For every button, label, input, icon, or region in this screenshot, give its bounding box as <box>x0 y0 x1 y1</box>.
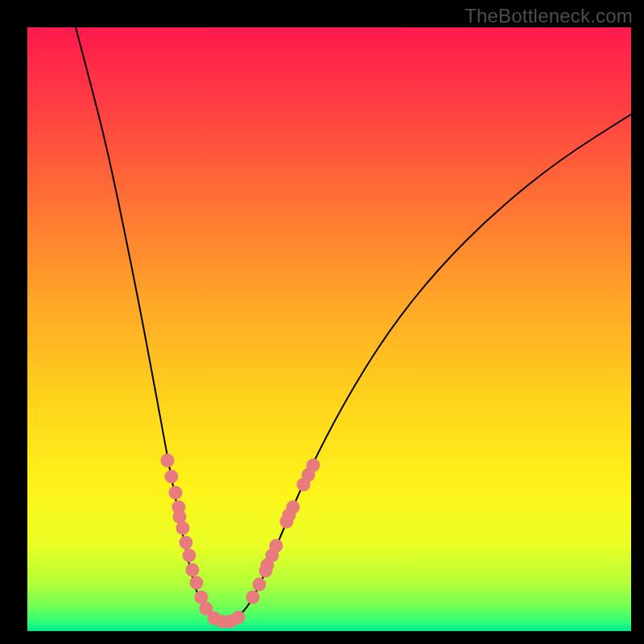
data-dot <box>176 522 190 535</box>
data-dot <box>270 539 283 553</box>
data-dot <box>307 459 320 473</box>
data-dot <box>246 591 260 605</box>
plot-area <box>27 27 631 631</box>
data-dot <box>186 564 200 577</box>
data-dots <box>161 454 320 629</box>
data-dot <box>165 470 179 484</box>
data-dot <box>232 611 246 625</box>
data-dot <box>253 578 266 592</box>
data-dot <box>287 501 300 514</box>
frame: TheBottleneck.com <box>0 0 644 644</box>
watermark-text: TheBottleneck.com <box>464 5 633 27</box>
data-dot <box>190 576 204 590</box>
chart-svg <box>27 27 631 631</box>
data-dot <box>161 454 175 468</box>
data-dot <box>183 549 196 563</box>
data-dot <box>180 536 193 550</box>
bottleneck-curve <box>76 27 631 621</box>
data-dot <box>169 486 183 500</box>
